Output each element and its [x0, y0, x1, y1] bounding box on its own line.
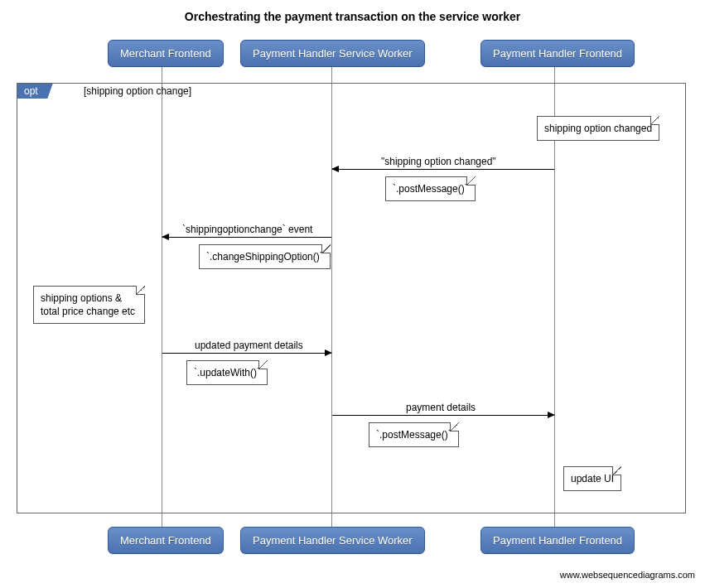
arrow-updated-payment-details	[162, 353, 331, 354]
participant-service-worker-top: Payment Handler Service Worker	[240, 40, 425, 67]
note-postmessage-2: `.postMessage()`	[369, 422, 459, 447]
msg-updated-payment-details-label: updated payment details	[195, 340, 303, 351]
note-update-ui: update UI	[563, 466, 621, 491]
note-updatewith: `.updateWith()`	[186, 360, 268, 385]
arrow-payment-details	[332, 415, 554, 416]
diagram-title: Orchestrating the payment transaction on…	[0, 0, 705, 31]
note-shipping-options-price: shipping options & total price change et…	[33, 286, 145, 324]
note-changeshippingoption: `.changeShippingOption()`	[199, 244, 331, 269]
arrow-shipping-option-changed	[332, 169, 554, 170]
attribution: www.websequencediagrams.com	[560, 570, 695, 580]
participant-handler-frontend-top: Payment Handler Frontend	[480, 40, 635, 67]
opt-guard: [shipping option change]	[84, 85, 191, 97]
msg-payment-details-label: payment details	[406, 402, 476, 413]
participant-merchant-bottom: Merchant Frontend	[108, 527, 224, 554]
participant-service-worker-bottom: Payment Handler Service Worker	[240, 527, 425, 554]
arrow-shippingoptionchange-event	[162, 237, 331, 238]
participant-handler-frontend-bottom: Payment Handler Frontend	[480, 527, 635, 554]
note-shipping-option-changed: shipping option changed	[537, 116, 659, 141]
opt-label: opt	[17, 84, 53, 99]
note-postmessage-1: `.postMessage()`	[385, 176, 476, 201]
participant-merchant-top: Merchant Frontend	[108, 40, 224, 67]
msg-shippingoptionchange-event-label: `shippingoptionchange` event	[182, 224, 312, 235]
msg-shipping-option-changed-label: "shipping option changed"	[381, 156, 496, 167]
